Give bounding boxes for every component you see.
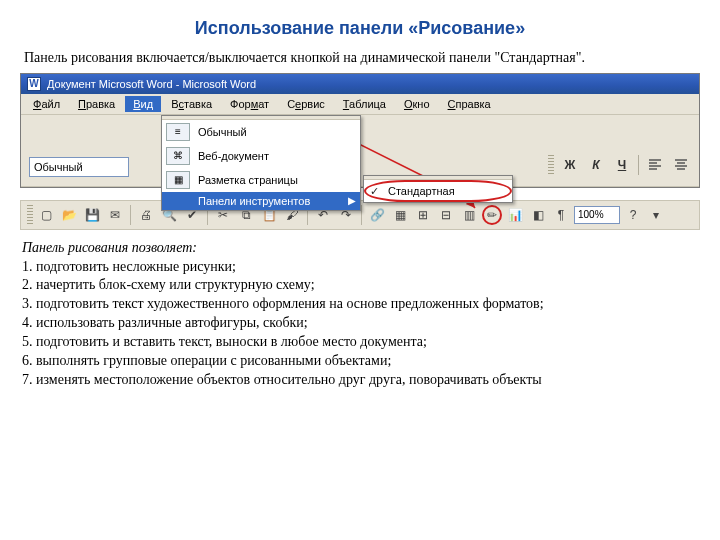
columns-button[interactable]: ▥	[459, 205, 479, 225]
grip-icon[interactable]	[548, 155, 554, 175]
menu-file[interactable]: Файл	[25, 96, 68, 112]
normal-icon: ≡	[166, 123, 190, 141]
help-button[interactable]: ?	[623, 205, 643, 225]
list-item: 1. подготовить несложные рисунки;	[22, 258, 700, 277]
list-item: 6. выполнять групповые операции с рисова…	[22, 352, 700, 371]
zoom-selector[interactable]: 100%	[574, 206, 620, 224]
tables-borders-button[interactable]: ▦	[390, 205, 410, 225]
separator-icon	[638, 155, 639, 175]
toolbar-standard[interactable]: ✓ Стандартная	[364, 180, 512, 202]
new-button[interactable]: ▢	[36, 205, 56, 225]
window-title: Документ Microsoft Word - Microsoft Word	[47, 78, 256, 90]
italic-button[interactable]: К	[586, 155, 606, 175]
excel-button[interactable]: ⊟	[436, 205, 456, 225]
bold-button[interactable]: Ж	[560, 155, 580, 175]
toolbar-area: Обычный Ж К Ч ≡ Обычный	[21, 115, 699, 187]
format-bar: Ж К Ч	[548, 155, 691, 175]
view-web[interactable]: ⌘ Веб-документ	[162, 144, 360, 168]
word-window: W Документ Microsoft Word - Microsoft Wo…	[20, 73, 700, 188]
separator-icon	[361, 205, 362, 225]
menu-tools[interactable]: Сервис	[279, 96, 333, 112]
word-icon: W	[27, 77, 41, 91]
web-icon: ⌘	[166, 147, 190, 165]
menu-help[interactable]: Справка	[440, 96, 499, 112]
capabilities-title: Панель рисования позволяет:	[22, 240, 700, 256]
print-button[interactable]: 🖨	[136, 205, 156, 225]
menubar: Файл Правка Вид Вставка Формат Сервис Та…	[21, 94, 699, 115]
align-left-button[interactable]	[645, 155, 665, 175]
menu-edit[interactable]: Правка	[70, 96, 123, 112]
align-center-button[interactable]	[671, 155, 691, 175]
list-item: 3. подготовить текст художественного офо…	[22, 295, 700, 314]
page-heading: Использование панели «Рисование»	[20, 18, 700, 39]
show-marks-button[interactable]: ¶	[551, 205, 571, 225]
menu-insert[interactable]: Вставка	[163, 96, 220, 112]
save-button[interactable]: 💾	[82, 205, 102, 225]
check-icon: ✓	[370, 185, 379, 198]
list-item: 2. начертить блок-схему или структурную …	[22, 276, 700, 295]
drawing-button[interactable]: ✏	[482, 205, 502, 225]
separator-icon	[130, 205, 131, 225]
menu-window[interactable]: Окно	[396, 96, 438, 112]
hyperlink-button[interactable]: 🔗	[367, 205, 387, 225]
menu-table[interactable]: Таблица	[335, 96, 394, 112]
view-layout[interactable]: ▦ Разметка страницы	[162, 168, 360, 192]
intro-text: Панель рисования включается/выключается …	[24, 49, 700, 67]
toolbars-submenu: ✓ Стандартная	[363, 175, 513, 203]
layout-icon: ▦	[166, 171, 190, 189]
menu-format[interactable]: Формат	[222, 96, 277, 112]
underline-button[interactable]: Ч	[612, 155, 632, 175]
mail-button[interactable]: ✉	[105, 205, 125, 225]
more-buttons[interactable]: ▾	[646, 205, 666, 225]
insert-table-button[interactable]: ⊞	[413, 205, 433, 225]
titlebar: W Документ Microsoft Word - Microsoft Wo…	[21, 74, 699, 94]
style-selector[interactable]: Обычный	[29, 157, 129, 177]
view-toolbars[interactable]: Панели инструментов ▶	[162, 192, 360, 210]
list-item: 7. изменять местоположение объектов отно…	[22, 371, 700, 390]
capabilities-list: 1. подготовить несложные рисунки; 2. нач…	[22, 258, 700, 390]
view-normal[interactable]: ≡ Обычный	[162, 120, 360, 144]
chevron-right-icon: ▶	[348, 195, 356, 206]
chart-button[interactable]: 📊	[505, 205, 525, 225]
grip-icon[interactable]	[27, 205, 33, 225]
list-item: 4. использовать различные автофигуры, ск…	[22, 314, 700, 333]
menu-view[interactable]: Вид	[125, 96, 161, 112]
list-item: 5. подготовить и вставить текст, выноски…	[22, 333, 700, 352]
open-button[interactable]: 📂	[59, 205, 79, 225]
doc-map-button[interactable]: ◧	[528, 205, 548, 225]
view-menu-dropdown: ≡ Обычный ⌘ Веб-документ ▦ Разметка стра…	[161, 115, 361, 211]
